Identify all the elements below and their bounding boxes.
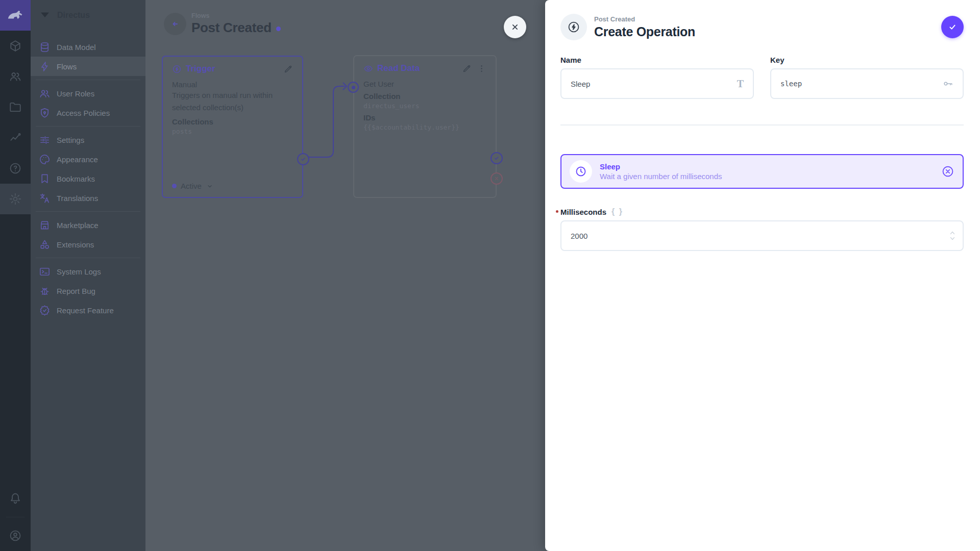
operation-field-label: Collection: [363, 92, 486, 101]
kebab-menu-icon[interactable]: [477, 64, 486, 73]
title-formatter-icon[interactable]: T: [737, 78, 744, 90]
operation-field-value: {{$accountability.user}}: [363, 123, 486, 131]
module-help[interactable]: [0, 153, 31, 184]
selected-operation-card[interactable]: Sleep Wait a given number of millisecond…: [560, 154, 964, 189]
drawer-title: Create Operation: [594, 24, 695, 39]
flow-status-toggle[interactable]: Active: [172, 182, 214, 190]
sidebar-item-label: User Roles: [57, 89, 94, 98]
trigger-panel[interactable]: Trigger Manual Triggers on manual run wi…: [162, 56, 303, 198]
storefront-icon: [39, 219, 51, 231]
back-button[interactable]: [164, 13, 186, 35]
name-field-label: Name: [560, 56, 754, 64]
divider: [36, 211, 140, 212]
name-input[interactable]: [571, 80, 737, 88]
sidebar-item-bookmarks[interactable]: Bookmarks: [31, 169, 145, 188]
clock-icon: [575, 165, 587, 178]
milliseconds-input[interactable]: [571, 232, 953, 240]
edit-pencil-icon[interactable]: [462, 64, 472, 73]
eye-icon: [363, 64, 373, 73]
trigger-description: Triggers on manual run within selected c…: [172, 89, 293, 114]
drawer-breadcrumb[interactable]: Post Created: [594, 15, 695, 23]
user-avatar-button[interactable]: [0, 520, 31, 551]
help-icon: [9, 162, 22, 175]
close-icon: [510, 22, 520, 32]
cube-icon: [9, 39, 22, 53]
raw-value-toggle-icon[interactable]: { }: [611, 207, 623, 216]
project-name: Directus: [57, 11, 90, 20]
sidebar-item-label: Request Feature: [57, 306, 114, 315]
operation-resolve-handle[interactable]: [491, 152, 503, 164]
edit-pencil-icon[interactable]: [283, 64, 293, 74]
users-icon: [39, 88, 51, 99]
database-icon: [39, 41, 51, 53]
sidebar-item-appearance[interactable]: Appearance: [31, 149, 145, 169]
sidebar-item-label: Marketplace: [57, 221, 99, 230]
deselect-operation-button[interactable]: [941, 165, 954, 178]
key-field-label: Key: [770, 56, 964, 64]
module-settings[interactable]: [0, 184, 31, 214]
navigation-sidebar: Directus Data Model Flows User Roles Acc…: [31, 0, 145, 551]
sidebar-item-label: Report Bug: [57, 287, 95, 295]
flow-canvas[interactable]: Flows Post Created Trigger Manual Trigge…: [145, 0, 545, 551]
operation-type-badge: [560, 14, 587, 40]
breadcrumb[interactable]: Flows: [191, 12, 281, 19]
x-circle-icon: [941, 165, 954, 178]
key-input[interactable]: [780, 80, 942, 88]
sidebar-item-translations[interactable]: Translations: [31, 188, 145, 208]
operation-reject-handle[interactable]: [491, 172, 503, 185]
notifications-button[interactable]: [0, 483, 31, 514]
module-user-directory[interactable]: [0, 61, 31, 92]
module-file-library[interactable]: [0, 92, 31, 122]
drawer-header: Post Created Create Operation: [560, 14, 964, 40]
palette-icon: [39, 154, 51, 165]
sidebar-item-marketplace[interactable]: Marketplace: [31, 215, 145, 235]
sidebar-item-label: Translations: [57, 194, 98, 203]
flow-header: Flows Post Created: [164, 12, 281, 36]
arrow-left-icon: [169, 18, 181, 30]
sidebar-item-user-roles[interactable]: User Roles: [31, 84, 145, 103]
sidebar-item-system-logs[interactable]: System Logs: [31, 262, 145, 281]
divider: [6, 517, 24, 517]
divider: [36, 126, 140, 127]
person-circle-icon: [9, 529, 22, 542]
shield-lock-icon: [39, 107, 51, 119]
sidebar-item-label: Access Policies: [57, 109, 110, 117]
sidebar-item-extensions[interactable]: Extensions: [31, 235, 145, 254]
sidebar-item-report-bug[interactable]: Report Bug: [31, 281, 145, 300]
number-stepper[interactable]: [949, 231, 955, 241]
sidebar-item-label: Data Model: [57, 43, 96, 52]
directus-logo[interactable]: [0, 0, 31, 31]
trigger-name: Manual: [172, 80, 293, 89]
operation-panel-read-data[interactable]: Read Data Get User Collection directus_u…: [353, 55, 497, 198]
module-data-model[interactable]: [0, 31, 31, 61]
module-bar-spacer: [0, 214, 31, 483]
shapes-icon: [39, 239, 51, 251]
sidebar-item-label: Settings: [57, 136, 84, 144]
divider: [36, 80, 140, 80]
module-bar: [0, 0, 31, 551]
sidebar-item-settings[interactable]: Settings: [31, 130, 145, 149]
terminal-icon: [39, 266, 51, 278]
sidebar-item-data-model[interactable]: Data Model: [31, 37, 145, 57]
close-drawer-button[interactable]: [504, 16, 526, 38]
status-label: Active: [181, 182, 202, 190]
trigger-resolve-handle[interactable]: [297, 153, 309, 165]
sleep-operation-badge: [570, 160, 592, 183]
operation-input-handle[interactable]: [348, 82, 359, 93]
sidebar-item-access-policies[interactable]: Access Policies: [31, 103, 145, 122]
create-operation-drawer: Post Created Create Operation Name T Key: [545, 0, 980, 551]
operation-field-value: directus_users: [363, 102, 486, 110]
sidebar-item-request-feature[interactable]: Request Feature: [31, 300, 145, 320]
sidebar-item-flows[interactable]: Flows: [31, 57, 145, 76]
save-button[interactable]: [941, 16, 964, 38]
divider: [560, 124, 964, 126]
milliseconds-field: [560, 220, 964, 251]
project-switcher[interactable]: Directus: [31, 0, 145, 31]
chevron-down-icon: [949, 236, 955, 241]
bolt-icon: [39, 61, 51, 72]
chevron-down-icon: [206, 182, 214, 190]
flow-status-dot: [276, 27, 281, 31]
gear-icon: [9, 192, 22, 206]
seal-check-icon: [39, 305, 51, 316]
module-insights[interactable]: [0, 122, 31, 153]
